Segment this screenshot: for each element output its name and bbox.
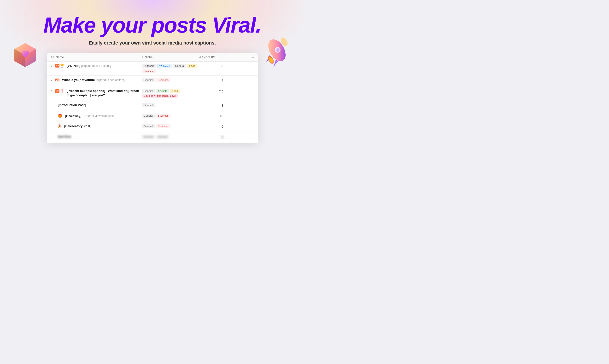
table-row[interactable]: 🎉 [Celebratory Post] General Business 9 xyxy=(47,122,258,132)
giveaway-icon: 🎁 xyxy=(58,114,62,118)
more-options-icon[interactable]: ··· xyxy=(251,55,254,59)
tag-business: Business xyxy=(156,78,170,82)
hash-icon: # xyxy=(199,55,201,59)
name-column-label: Name xyxy=(56,55,64,59)
table-row[interactable]: 🎁 [Giveaway] - Enter to view examples Ge… xyxy=(47,111,258,122)
row5-score: 10 xyxy=(199,114,228,118)
tag-travel: 🗺 Travel xyxy=(157,64,172,68)
column-header-niche: ≡ Niche xyxy=(142,55,199,59)
table-header: Aa Name ≡ Niche # Score 0/10 + ··· xyxy=(47,53,258,62)
tag-general: General xyxy=(142,103,155,107)
tag-general: General xyxy=(142,135,155,139)
vs-badge: VS xyxy=(55,78,59,81)
column-header-score: # Score 0/10 xyxy=(199,55,228,59)
tag-general: General xyxy=(173,64,186,68)
question-icon: ❓ xyxy=(60,89,64,93)
niche-column-label: Niche xyxy=(145,55,153,59)
row-title: [Introduction Post] xyxy=(58,103,86,107)
tag-outdoors: Outdoors xyxy=(142,64,156,68)
row6-score: 9 xyxy=(199,124,228,128)
row7-tags: General General xyxy=(142,135,199,139)
svg-point-9 xyxy=(276,48,277,50)
hero-title: Make your posts Viral. xyxy=(0,14,304,36)
svg-marker-6 xyxy=(273,60,278,67)
tag-general: General xyxy=(142,89,155,93)
tag-business: Business xyxy=(156,114,170,117)
row3-tags: General Animals Food Couples / Friendshi… xyxy=(142,89,199,98)
row2-score: 8 xyxy=(199,78,228,82)
vs-badge: VS xyxy=(55,89,59,93)
row6-name-cell: 🎉 [Celebratory Post] xyxy=(51,124,142,128)
table-row[interactable]: ▶ VS 🏆 [VS Post] [expand to see options]… xyxy=(47,62,258,76)
tag-couples: Couples / Friendship / Love xyxy=(142,94,178,98)
rocket-decoration xyxy=(259,34,295,72)
star-icon: 🎉 xyxy=(58,124,62,128)
row2-name-cell: ▶ VS What is your favourite [expand to s… xyxy=(51,78,142,82)
row7-name-cell: Sad Post xyxy=(51,135,142,138)
table-row[interactable]: ▶ VS ❓ [Present multiple options] - What… xyxy=(47,86,258,101)
row1-name-cell: ▶ VS 🏆 [VS Post] [expand to see options] xyxy=(51,64,142,67)
row-hint: [expand to see options] xyxy=(81,64,111,67)
tag-general-2: General xyxy=(156,135,169,139)
table-row[interactable]: ▶ VS What is your favourite [expand to s… xyxy=(47,76,258,86)
trophy-icon: 🏆 xyxy=(60,64,64,67)
list-icon: ≡ xyxy=(142,55,144,59)
row1-score: 8 xyxy=(199,64,228,68)
tag-animals: Animals xyxy=(156,89,169,93)
score-column-label: Score 0/10 xyxy=(202,55,217,59)
row5-tags: General Business xyxy=(142,114,199,117)
row5-name-cell: 🎁 [Giveaway] - Enter to view examples xyxy=(51,114,142,118)
tag-general: General xyxy=(142,78,155,82)
table-row[interactable]: [Introduction Post] General 8 xyxy=(47,101,258,111)
row-hint: [expand to see options] xyxy=(96,78,125,82)
row1-tags: Outdoors 🗺 Travel General Food Business xyxy=(142,64,199,73)
row4-score: 8 xyxy=(199,103,228,107)
tag-general: General xyxy=(142,114,155,117)
column-actions: + ··· xyxy=(228,55,254,59)
text-icon: Aa xyxy=(51,55,55,59)
column-header-name: Aa Name xyxy=(51,55,142,59)
expand-icon[interactable]: ▶ xyxy=(51,79,53,81)
row-title: Sad Post xyxy=(58,135,71,138)
heart-cube-decoration xyxy=(10,38,41,69)
row7-score: 9 xyxy=(199,135,228,139)
row-title: [Celebratory Post] xyxy=(64,124,91,128)
row3-score: 7.5 xyxy=(199,89,228,93)
row-title-cont: / type / couple...] are you? xyxy=(67,93,105,97)
row-title: [Present multiple options] - What kind o… xyxy=(67,89,139,93)
expand-icon[interactable]: ▶ xyxy=(51,89,53,92)
row2-tags: General Business xyxy=(142,78,199,82)
tag-general: General xyxy=(142,124,155,128)
row3-name-cell: ▶ VS ❓ [Present multiple options] - What… xyxy=(51,89,142,97)
expand-icon[interactable]: ▶ xyxy=(51,65,53,67)
row-hint: - Enter to view examples xyxy=(82,114,114,117)
row-title: [Giveaway] xyxy=(65,114,82,118)
row4-name-cell: [Introduction Post] xyxy=(51,103,142,107)
content-table: Aa Name ≡ Niche # Score 0/10 + ··· ▶ VS … xyxy=(47,53,258,143)
row4-tags: General xyxy=(142,103,199,107)
row-title: What is your favourite xyxy=(62,78,95,82)
table-row: Sad Post General General 9 xyxy=(47,132,258,143)
tag-food: Food xyxy=(187,64,197,68)
row-title: [VS Post] xyxy=(67,64,81,67)
row6-tags: General Business xyxy=(142,124,199,128)
tag-business: Business xyxy=(156,124,170,128)
add-column-icon[interactable]: + xyxy=(247,55,249,59)
tag-business: Business xyxy=(142,69,156,73)
tag-food: Food xyxy=(170,89,180,93)
vs-badge: VS xyxy=(55,64,59,67)
